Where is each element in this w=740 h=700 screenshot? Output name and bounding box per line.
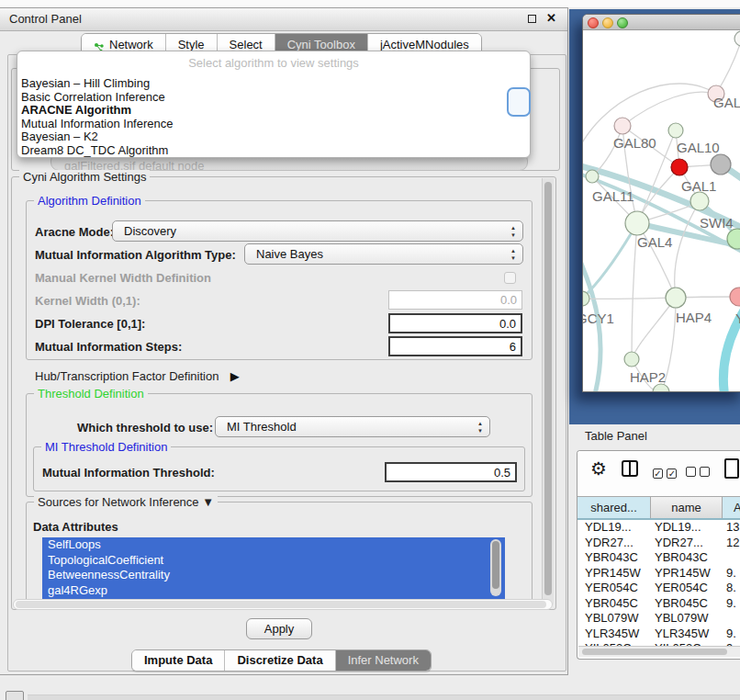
select-all-columns-icon[interactable]: ✓ ✓: [653, 464, 677, 480]
kernel-width-field[interactable]: 0.0: [388, 290, 522, 310]
table-cell: YLR345W: [585, 627, 639, 640]
table-row[interactable]: YBL079WYBL079W: [577, 611, 740, 627]
network-edge[interactable]: [622, 92, 716, 126]
network-edge[interactable]: [716, 39, 740, 94]
node-label: GAL80: [613, 135, 656, 151]
table-row[interactable]: YPR145WYPR145W9.: [577, 566, 740, 581]
network-node[interactable]: [625, 211, 649, 235]
network-node[interactable]: [586, 170, 599, 183]
tab-impute-data[interactable]: Impute Data: [132, 650, 224, 671]
data-attributes-label: Data Attributes: [33, 520, 118, 534]
column-header-shared-name[interactable]: shared...: [577, 497, 651, 518]
algorithm-option[interactable]: Bayesian – Hill Climbing: [19, 77, 530, 91]
hub-tf-definition-toggle[interactable]: Hub/Transcription Factor Definition ▶: [35, 367, 240, 384]
table-hscrollbar-thumb[interactable]: [582, 649, 727, 655]
network-node[interactable]: [711, 154, 731, 175]
attribute-item[interactable]: BetweennessCentrality: [42, 568, 505, 583]
collapse-arrow-icon[interactable]: ▼: [202, 495, 214, 509]
manual-kernel-checkbox[interactable]: [504, 272, 516, 284]
algorithm-option[interactable]: Bayesian – K2: [19, 130, 530, 144]
hub-tf-label: Hub/Transcription Factor Definition: [35, 369, 219, 383]
focused-spinner-fragment: [507, 87, 531, 117]
mi-steps-field[interactable]: 6: [388, 336, 522, 356]
network-canvas[interactable]: GALGAL80GAL10GAL11GAL1SWI4GAL4GCY1HAP4YH…: [583, 30, 740, 392]
network-edge[interactable]: [583, 298, 676, 299]
network-node[interactable]: [734, 31, 740, 46]
attributes-scrollbar-track[interactable]: [490, 539, 501, 596]
table-row[interactable]: YER054CYER054C8.: [577, 581, 740, 596]
node-label: GCY1: [583, 310, 614, 326]
aracne-mode-combo[interactable]: Discovery ▲▼: [112, 220, 523, 242]
table-cell: YBR043C: [655, 550, 708, 564]
function-builder-icon[interactable]: [724, 458, 739, 479]
network-edge[interactable]: [632, 298, 676, 359]
which-threshold-combo[interactable]: MI Threshold ▲▼: [215, 416, 490, 437]
deselect-all-columns-icon[interactable]: [686, 464, 710, 480]
minimized-panel-button[interactable]: [6, 691, 24, 700]
node-label: GAL10: [677, 140, 720, 155]
network-node[interactable]: [730, 288, 740, 306]
settings-scrollbar-thumb[interactable]: [544, 182, 552, 595]
column-header-name[interactable]: name: [651, 497, 723, 518]
mi-type-label: Mutual Information Algorithm Type:: [35, 248, 236, 262]
kernel-width-label: Kernel Width (0,1):: [35, 294, 140, 308]
gear-icon[interactable]: ⚙: [590, 459, 607, 478]
table-row[interactable]: YDR27...YDR27...12: [577, 536, 740, 551]
sources-title[interactable]: Sources for Network Inference ▼: [34, 495, 218, 509]
cyni-settings-title: Cyni Algorithm Settings: [19, 170, 150, 184]
attribute-item[interactable]: gal4RGexp: [42, 583, 505, 599]
mi-type-combo[interactable]: Naive Bayes ▲▼: [244, 243, 523, 265]
table-row[interactable]: YBR045CYBR045C9.: [577, 596, 740, 612]
table-cell: YDR27...: [655, 536, 703, 549]
network-node[interactable]: [690, 192, 709, 210]
network-view-window: GALGAL80GAL10GAL11GAL1SWI4GAL4GCY1HAP4YH…: [582, 14, 740, 392]
settings-hscrollbar-track[interactable]: [13, 599, 553, 610]
node-label: GAL11: [592, 188, 634, 204]
attribute-item[interactable]: SelfLoops: [42, 537, 505, 553]
network-node[interactable]: [671, 159, 688, 175]
settings-scrollbar-track[interactable]: [542, 178, 554, 604]
table-row[interactable]: YDL19...YDL19...13: [577, 520, 740, 536]
network-node[interactable]: [653, 384, 669, 392]
top-strip: [0, 0, 740, 7]
settings-hscrollbar-thumb[interactable]: [16, 601, 546, 608]
network-node[interactable]: [624, 352, 639, 367]
table-cell: YBR045C: [585, 596, 638, 610]
tab-discretize-data[interactable]: Discretize Data: [224, 650, 334, 671]
float-icon[interactable]: [528, 15, 536, 23]
network-node[interactable]: [666, 288, 686, 308]
algorithm-combobox-placeholder[interactable]: Select algorithm to view settings: [17, 51, 530, 77]
apply-button[interactable]: Apply: [246, 618, 312, 639]
algorithm-option[interactable]: Mutual Information Inference: [19, 118, 530, 131]
network-window-titlebar[interactable]: [583, 15, 740, 30]
split-columns-icon[interactable]: [622, 460, 638, 477]
algorithm-option-selected[interactable]: ARACNE Algorithm: [19, 104, 530, 118]
minimize-traffic-light[interactable]: [602, 17, 613, 28]
tab-infer-network[interactable]: Infer Network: [335, 650, 431, 671]
network-node[interactable]: [668, 123, 683, 138]
node-label: Y: [735, 310, 740, 326]
which-threshold-value: MI Threshold: [227, 420, 297, 434]
table-hscrollbar-track[interactable]: [578, 646, 740, 657]
mi-threshold-field[interactable]: 0.5: [385, 462, 517, 482]
table-cell: YBL079W: [585, 611, 639, 625]
attribute-item[interactable]: TopologicalCoefficient: [42, 553, 505, 569]
table-cell: YDR27...: [585, 536, 633, 549]
close-icon[interactable]: ✕: [546, 11, 556, 25]
dpi-tolerance-field[interactable]: 0.0: [388, 313, 522, 333]
expand-arrow-icon[interactable]: ▶: [230, 369, 240, 383]
column-header-partial[interactable]: A: [723, 497, 740, 518]
sources-title-text: Sources for Network Inference: [38, 495, 199, 509]
table-row[interactable]: YLR345WYLR345W9.: [577, 627, 740, 642]
attributes-scrollbar-thumb[interactable]: [492, 541, 499, 589]
network-edge[interactable]: [675, 201, 700, 298]
algorithm-option[interactable]: Dream8 DC_TDC Algorithm: [19, 144, 530, 158]
algorithm-option[interactable]: Basic Correlation Inference: [19, 91, 530, 105]
dpi-tolerance-label: DPI Tolerance [0,1]:: [35, 317, 145, 331]
control-panel-titlebar[interactable]: Control Panel ✕: [0, 8, 567, 31]
mi-steps-label: Mutual Information Steps:: [35, 340, 182, 354]
network-node[interactable]: [614, 118, 631, 134]
table-row[interactable]: YBR043CYBR043C: [577, 550, 740, 566]
zoom-traffic-light[interactable]: [617, 17, 628, 28]
close-traffic-light[interactable]: [588, 17, 599, 28]
